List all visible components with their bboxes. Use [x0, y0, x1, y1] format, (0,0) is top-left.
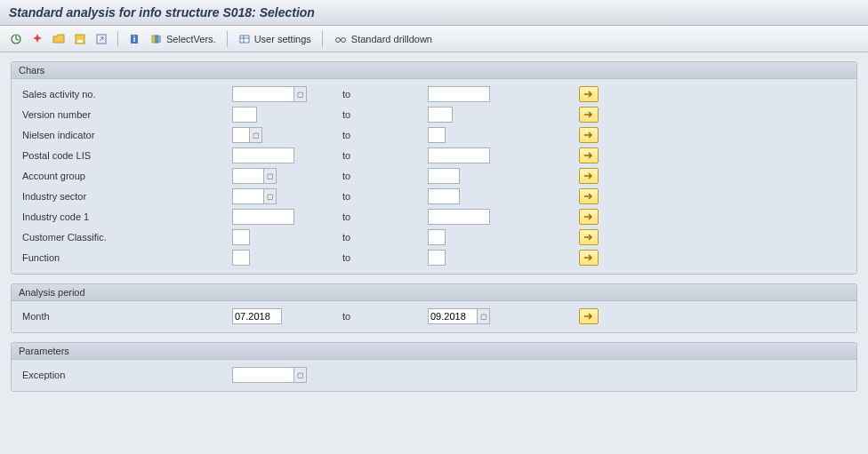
chars-to-input[interactable] — [428, 147, 490, 163]
glasses-icon — [334, 33, 348, 45]
toolbar-separator — [117, 31, 118, 47]
to-label: to — [339, 311, 428, 322]
toolbar: i SelectVers. User settings Standard dri… — [0, 26, 868, 52]
to-label: to — [339, 89, 428, 100]
svg-text:i: i — [133, 35, 136, 44]
exception-input[interactable] — [232, 367, 294, 383]
chars-from-input[interactable] — [232, 168, 264, 184]
to-label: to — [339, 252, 428, 263]
chars-from-input[interactable] — [232, 147, 294, 163]
columns-icon — [150, 33, 163, 45]
period-row: Month to ▢ — [19, 307, 849, 326]
chars-row: Nielsen indicator▢to — [19, 125, 849, 145]
chars-row: Account group▢to — [19, 166, 849, 186]
info-button[interactable]: i — [125, 30, 143, 48]
multi-select-button[interactable] — [579, 127, 599, 143]
svg-rect-6 — [152, 36, 155, 43]
params-group: Parameters Exception ▢ — [11, 342, 857, 392]
chars-from-input[interactable] — [232, 127, 250, 143]
chars-row-label: Industry sector — [19, 191, 232, 202]
chars-from-input[interactable] — [232, 86, 294, 102]
chars-row-label: Industry code 1 — [19, 211, 232, 222]
chars-from-input[interactable] — [232, 209, 294, 225]
select-version-label: SelectVers. — [166, 34, 216, 44]
page-title: Standard analysis for info structure S01… — [0, 0, 868, 26]
to-label: to — [339, 109, 428, 120]
multi-select-button[interactable] — [579, 250, 599, 266]
toolbar-separator — [322, 31, 323, 47]
drilldown-button[interactable]: Standard drilldown — [330, 30, 436, 48]
svg-rect-2 — [77, 40, 83, 43]
multi-select-button[interactable] — [579, 188, 599, 204]
chars-from-input[interactable] — [232, 107, 257, 123]
drilldown-label: Standard drilldown — [351, 34, 432, 44]
chars-row: Industry code 1to — [19, 207, 849, 227]
multi-select-button[interactable] — [579, 209, 599, 225]
chars-to-input[interactable] — [428, 229, 446, 245]
value-help-button[interactable]: ▢ — [264, 188, 277, 204]
multi-select-button[interactable] — [579, 308, 599, 324]
chars-row-label: Nielsen indicator — [19, 130, 232, 140]
user-settings-label: User settings — [254, 34, 311, 44]
month-from-input[interactable] — [232, 308, 282, 324]
toolbar-separator — [227, 31, 228, 47]
chars-to-input[interactable] — [428, 107, 453, 123]
period-group: Analysis period Month to ▢ — [11, 283, 857, 333]
chars-from-input[interactable] — [232, 229, 250, 245]
params-group-title: Parameters — [12, 343, 856, 360]
arrow-out-icon — [95, 33, 108, 45]
to-label: to — [339, 232, 428, 243]
folder-icon — [52, 33, 65, 45]
chars-to-input[interactable] — [428, 168, 460, 184]
value-help-button[interactable]: ▢ — [250, 127, 262, 143]
chars-from-input[interactable] — [232, 250, 250, 266]
open-button[interactable] — [50, 30, 68, 48]
to-label: to — [339, 211, 428, 222]
month-label: Month — [19, 311, 232, 322]
user-settings-button[interactable]: User settings — [235, 30, 315, 48]
save-button[interactable] — [71, 30, 89, 48]
execute-button[interactable] — [7, 30, 25, 48]
chars-to-input[interactable] — [428, 209, 490, 225]
value-help-button[interactable]: ▢ — [478, 308, 490, 324]
select-version-button[interactable]: SelectVers. — [147, 30, 220, 48]
chars-to-input[interactable] — [428, 86, 490, 102]
sparkle-icon — [31, 33, 44, 45]
value-help-button[interactable]: ▢ — [294, 86, 307, 102]
chars-from-input[interactable] — [232, 188, 264, 204]
chars-to-input[interactable] — [428, 188, 460, 204]
chars-row: Functionto — [19, 248, 849, 267]
value-help-button[interactable]: ▢ — [264, 168, 277, 184]
multi-select-button[interactable] — [579, 86, 599, 102]
chars-row: Version numberto — [19, 105, 849, 124]
multi-select-button[interactable] — [579, 168, 599, 184]
to-label: to — [339, 171, 428, 181]
chars-row: Industry sector▢to — [19, 187, 849, 206]
svg-rect-7 — [156, 36, 158, 43]
svg-rect-8 — [159, 36, 161, 43]
chars-row: Postal code LISto — [19, 146, 849, 165]
info-icon: i — [128, 33, 141, 45]
chars-row-label: Function — [19, 252, 232, 263]
period-group-title: Analysis period — [12, 284, 856, 301]
variants-button[interactable] — [28, 30, 46, 48]
chars-to-input[interactable] — [428, 127, 446, 143]
multi-select-button[interactable] — [579, 147, 599, 163]
chars-row-label: Sales activity no. — [19, 89, 232, 100]
multi-select-button[interactable] — [579, 107, 599, 123]
chars-row: Customer Classific.to — [19, 227, 849, 247]
multi-select-button[interactable] — [579, 229, 599, 245]
chars-row-label: Version number — [19, 109, 232, 120]
to-label: to — [339, 191, 428, 202]
svg-point-12 — [335, 37, 340, 42]
disk-icon — [74, 33, 86, 45]
chars-group: Chars Sales activity no.▢toVersion numbe… — [11, 61, 857, 275]
chars-row-label: Customer Classific. — [19, 232, 232, 243]
month-to-input[interactable] — [428, 308, 478, 324]
chars-to-input[interactable] — [428, 250, 446, 266]
value-help-button[interactable]: ▢ — [294, 367, 307, 383]
chars-row: Sales activity no.▢to — [19, 84, 849, 104]
svg-point-13 — [341, 37, 345, 42]
expand-button[interactable] — [92, 30, 110, 48]
to-label: to — [339, 130, 428, 140]
